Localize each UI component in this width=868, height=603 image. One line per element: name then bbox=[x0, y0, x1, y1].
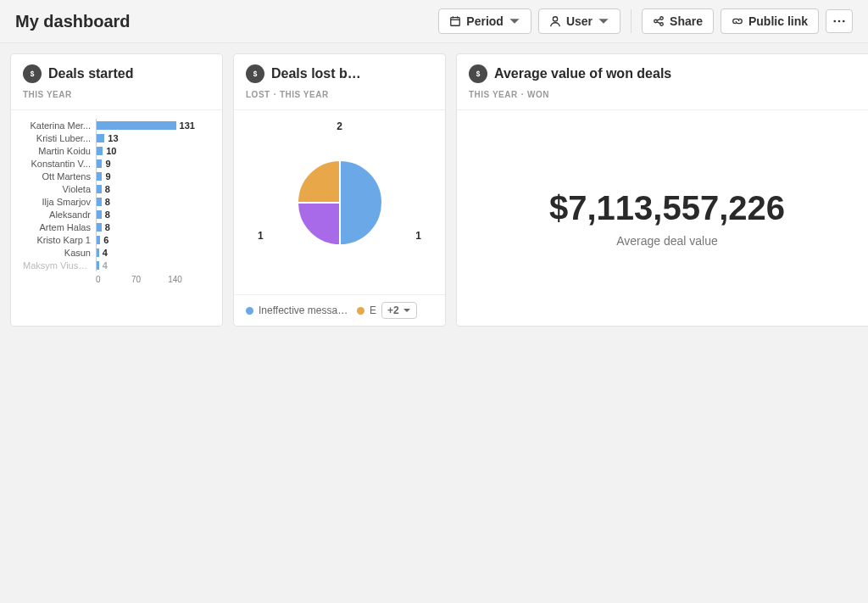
calendar-icon bbox=[449, 15, 461, 27]
money-icon: $ bbox=[246, 64, 264, 83]
hbar-x-axis: 0 70 140 bbox=[96, 275, 210, 284]
share-button[interactable]: Share bbox=[642, 8, 714, 34]
legend-dot bbox=[246, 307, 253, 315]
svg-rect-0 bbox=[451, 18, 460, 26]
svg-point-11 bbox=[838, 20, 841, 23]
pie-chart bbox=[289, 152, 391, 254]
svg-point-5 bbox=[654, 20, 658, 23]
card-subhead: THIS YEAR·WON bbox=[457, 83, 868, 110]
pie-label-top: 2 bbox=[337, 120, 342, 132]
kpi-label: Average deal value bbox=[616, 234, 718, 248]
money-icon: $ bbox=[23, 64, 42, 83]
dashboard-grid: $ Deals started THIS YEAR Katerina Mer..… bbox=[0, 43, 868, 603]
card-title: Average value of won deals bbox=[494, 66, 671, 81]
pie-label-left: 1 bbox=[258, 230, 264, 242]
link-icon bbox=[732, 15, 743, 27]
svg-text:$: $ bbox=[476, 70, 481, 78]
dots-icon bbox=[833, 15, 845, 27]
toolbar: Period User Share Public link bbox=[438, 8, 853, 34]
svg-point-4 bbox=[553, 17, 557, 21]
svg-point-12 bbox=[843, 20, 845, 23]
card-deals-lost[interactable]: $ Deals lost b… LOST·THIS YEAR 2 1 1 Ine… bbox=[233, 53, 446, 327]
svg-text:$: $ bbox=[31, 70, 35, 78]
share-icon bbox=[653, 15, 665, 27]
chevron-down-icon bbox=[509, 15, 520, 27]
card-subhead: THIS YEAR bbox=[11, 83, 222, 110]
toolbar-divider bbox=[631, 9, 632, 33]
legend-more-chip[interactable]: +2 bbox=[381, 302, 417, 319]
top-bar: My dashboard Period User Share Public li… bbox=[0, 0, 868, 43]
card-avg-value[interactable]: $ Average value of won deals THIS YEAR·W… bbox=[456, 53, 868, 327]
svg-point-7 bbox=[660, 23, 664, 26]
hbar-chart: Katerina Mer...131Kristi Luber...13Marti… bbox=[23, 119, 210, 271]
pie-label-right: 1 bbox=[415, 230, 421, 242]
svg-line-9 bbox=[657, 22, 660, 24]
money-icon: $ bbox=[469, 64, 487, 83]
card-legend: Ineffective messaging E +2 bbox=[234, 294, 445, 326]
svg-point-6 bbox=[660, 17, 664, 20]
card-subhead: LOST·THIS YEAR bbox=[234, 83, 445, 110]
svg-point-10 bbox=[833, 20, 836, 23]
legend-dot bbox=[357, 307, 364, 315]
chevron-down-icon bbox=[403, 306, 411, 315]
card-title: Deals lost b… bbox=[271, 66, 361, 81]
more-button[interactable] bbox=[826, 9, 853, 33]
user-icon bbox=[549, 15, 561, 27]
card-title: Deals started bbox=[48, 66, 134, 81]
user-button[interactable]: User bbox=[538, 8, 620, 34]
chevron-down-icon bbox=[598, 15, 609, 27]
public-link-button[interactable]: Public link bbox=[721, 8, 819, 34]
card-deals-started[interactable]: $ Deals started THIS YEAR Katerina Mer..… bbox=[10, 53, 223, 327]
svg-text:$: $ bbox=[253, 70, 258, 78]
kpi-value: $7,113,557,226 bbox=[549, 189, 785, 227]
svg-line-8 bbox=[657, 19, 660, 20]
page-title: My dashboard bbox=[15, 12, 131, 31]
period-button[interactable]: Period bbox=[438, 8, 531, 34]
